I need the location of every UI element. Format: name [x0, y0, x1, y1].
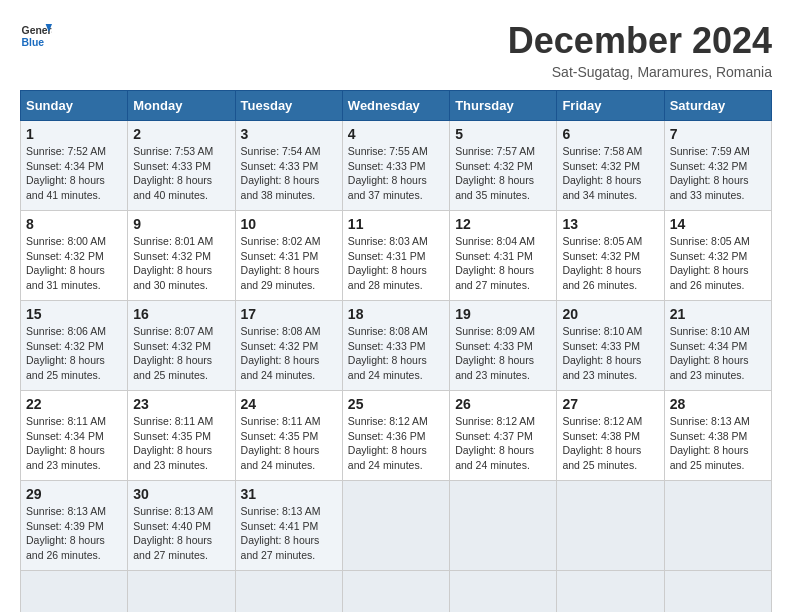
day-number: 28 [670, 396, 766, 412]
calendar-cell: 27 Sunrise: 8:12 AM Sunset: 4:38 PM Dayl… [557, 391, 664, 481]
header-friday: Friday [557, 91, 664, 121]
header-tuesday: Tuesday [235, 91, 342, 121]
day-number: 14 [670, 216, 766, 232]
logo: General Blue [20, 20, 52, 52]
day-number: 3 [241, 126, 337, 142]
header-monday: Monday [128, 91, 235, 121]
cell-info: Sunrise: 7:58 AM Sunset: 4:32 PM Dayligh… [562, 144, 658, 203]
day-number: 7 [670, 126, 766, 142]
calendar-cell: 29 Sunrise: 8:13 AM Sunset: 4:39 PM Dayl… [21, 481, 128, 571]
calendar-cell: 4 Sunrise: 7:55 AM Sunset: 4:33 PM Dayli… [342, 121, 449, 211]
calendar-cell: 6 Sunrise: 7:58 AM Sunset: 4:32 PM Dayli… [557, 121, 664, 211]
calendar-week-6 [21, 571, 772, 613]
calendar-cell: 3 Sunrise: 7:54 AM Sunset: 4:33 PM Dayli… [235, 121, 342, 211]
calendar-cell [450, 571, 557, 613]
calendar-week-2: 8 Sunrise: 8:00 AM Sunset: 4:32 PM Dayli… [21, 211, 772, 301]
day-number: 19 [455, 306, 551, 322]
calendar-body: 1 Sunrise: 7:52 AM Sunset: 4:34 PM Dayli… [21, 121, 772, 613]
calendar-cell: 13 Sunrise: 8:05 AM Sunset: 4:32 PM Dayl… [557, 211, 664, 301]
calendar-cell [128, 571, 235, 613]
day-number: 17 [241, 306, 337, 322]
day-number: 23 [133, 396, 229, 412]
calendar-cell: 14 Sunrise: 8:05 AM Sunset: 4:32 PM Dayl… [664, 211, 771, 301]
svg-text:Blue: Blue [22, 37, 45, 48]
day-number: 16 [133, 306, 229, 322]
day-number: 25 [348, 396, 444, 412]
header-wednesday: Wednesday [342, 91, 449, 121]
calendar-cell [21, 571, 128, 613]
day-number: 22 [26, 396, 122, 412]
calendar-week-3: 15 Sunrise: 8:06 AM Sunset: 4:32 PM Dayl… [21, 301, 772, 391]
calendar-cell: 5 Sunrise: 7:57 AM Sunset: 4:32 PM Dayli… [450, 121, 557, 211]
calendar-cell: 20 Sunrise: 8:10 AM Sunset: 4:33 PM Dayl… [557, 301, 664, 391]
cell-info: Sunrise: 7:54 AM Sunset: 4:33 PM Dayligh… [241, 144, 337, 203]
day-number: 10 [241, 216, 337, 232]
cell-info: Sunrise: 7:53 AM Sunset: 4:33 PM Dayligh… [133, 144, 229, 203]
header-saturday: Saturday [664, 91, 771, 121]
calendar-cell [235, 571, 342, 613]
calendar-cell: 9 Sunrise: 8:01 AM Sunset: 4:32 PM Dayli… [128, 211, 235, 301]
cell-info: Sunrise: 8:00 AM Sunset: 4:32 PM Dayligh… [26, 234, 122, 293]
calendar-cell [450, 481, 557, 571]
calendar-cell: 21 Sunrise: 8:10 AM Sunset: 4:34 PM Dayl… [664, 301, 771, 391]
cell-info: Sunrise: 8:11 AM Sunset: 4:35 PM Dayligh… [241, 414, 337, 473]
day-number: 1 [26, 126, 122, 142]
day-number: 6 [562, 126, 658, 142]
calendar-week-1: 1 Sunrise: 7:52 AM Sunset: 4:34 PM Dayli… [21, 121, 772, 211]
calendar-cell [557, 481, 664, 571]
header-thursday: Thursday [450, 91, 557, 121]
calendar-cell: 7 Sunrise: 7:59 AM Sunset: 4:32 PM Dayli… [664, 121, 771, 211]
cell-info: Sunrise: 7:57 AM Sunset: 4:32 PM Dayligh… [455, 144, 551, 203]
calendar-table: Sunday Monday Tuesday Wednesday Thursday… [20, 90, 772, 612]
day-number: 8 [26, 216, 122, 232]
logo-icon: General Blue [20, 20, 52, 52]
calendar-cell: 8 Sunrise: 8:00 AM Sunset: 4:32 PM Dayli… [21, 211, 128, 301]
cell-info: Sunrise: 8:07 AM Sunset: 4:32 PM Dayligh… [133, 324, 229, 383]
location-subtitle: Sat-Sugatag, Maramures, Romania [508, 64, 772, 80]
cell-info: Sunrise: 8:09 AM Sunset: 4:33 PM Dayligh… [455, 324, 551, 383]
calendar-cell: 25 Sunrise: 8:12 AM Sunset: 4:36 PM Dayl… [342, 391, 449, 481]
cell-info: Sunrise: 7:59 AM Sunset: 4:32 PM Dayligh… [670, 144, 766, 203]
day-number: 30 [133, 486, 229, 502]
calendar-cell: 1 Sunrise: 7:52 AM Sunset: 4:34 PM Dayli… [21, 121, 128, 211]
calendar-cell: 31 Sunrise: 8:13 AM Sunset: 4:41 PM Dayl… [235, 481, 342, 571]
cell-info: Sunrise: 8:11 AM Sunset: 4:34 PM Dayligh… [26, 414, 122, 473]
calendar-cell: 17 Sunrise: 8:08 AM Sunset: 4:32 PM Dayl… [235, 301, 342, 391]
calendar-cell: 16 Sunrise: 8:07 AM Sunset: 4:32 PM Dayl… [128, 301, 235, 391]
cell-info: Sunrise: 8:05 AM Sunset: 4:32 PM Dayligh… [562, 234, 658, 293]
cell-info: Sunrise: 8:13 AM Sunset: 4:38 PM Dayligh… [670, 414, 766, 473]
cell-info: Sunrise: 8:13 AM Sunset: 4:40 PM Dayligh… [133, 504, 229, 563]
calendar-cell: 28 Sunrise: 8:13 AM Sunset: 4:38 PM Dayl… [664, 391, 771, 481]
calendar-cell [342, 571, 449, 613]
calendar-cell [342, 481, 449, 571]
day-number: 5 [455, 126, 551, 142]
calendar-cell: 19 Sunrise: 8:09 AM Sunset: 4:33 PM Dayl… [450, 301, 557, 391]
cell-info: Sunrise: 8:04 AM Sunset: 4:31 PM Dayligh… [455, 234, 551, 293]
calendar-cell [664, 571, 771, 613]
cell-info: Sunrise: 8:12 AM Sunset: 4:38 PM Dayligh… [562, 414, 658, 473]
cell-info: Sunrise: 8:03 AM Sunset: 4:31 PM Dayligh… [348, 234, 444, 293]
day-number: 24 [241, 396, 337, 412]
calendar-cell: 26 Sunrise: 8:12 AM Sunset: 4:37 PM Dayl… [450, 391, 557, 481]
calendar-cell: 30 Sunrise: 8:13 AM Sunset: 4:40 PM Dayl… [128, 481, 235, 571]
cell-info: Sunrise: 8:08 AM Sunset: 4:33 PM Dayligh… [348, 324, 444, 383]
header-sunday: Sunday [21, 91, 128, 121]
calendar-cell: 2 Sunrise: 7:53 AM Sunset: 4:33 PM Dayli… [128, 121, 235, 211]
cell-info: Sunrise: 7:55 AM Sunset: 4:33 PM Dayligh… [348, 144, 444, 203]
calendar-cell: 15 Sunrise: 8:06 AM Sunset: 4:32 PM Dayl… [21, 301, 128, 391]
day-number: 11 [348, 216, 444, 232]
calendar-cell: 12 Sunrise: 8:04 AM Sunset: 4:31 PM Dayl… [450, 211, 557, 301]
day-number: 18 [348, 306, 444, 322]
cell-info: Sunrise: 8:10 AM Sunset: 4:33 PM Dayligh… [562, 324, 658, 383]
cell-info: Sunrise: 8:05 AM Sunset: 4:32 PM Dayligh… [670, 234, 766, 293]
day-number: 21 [670, 306, 766, 322]
cell-info: Sunrise: 8:01 AM Sunset: 4:32 PM Dayligh… [133, 234, 229, 293]
title-area: December 2024 Sat-Sugatag, Maramures, Ro… [508, 20, 772, 80]
page-header: General Blue December 2024 Sat-Sugatag, … [20, 20, 772, 80]
cell-info: Sunrise: 8:08 AM Sunset: 4:32 PM Dayligh… [241, 324, 337, 383]
day-number: 2 [133, 126, 229, 142]
cell-info: Sunrise: 8:12 AM Sunset: 4:36 PM Dayligh… [348, 414, 444, 473]
calendar-cell: 10 Sunrise: 8:02 AM Sunset: 4:31 PM Dayl… [235, 211, 342, 301]
day-number: 27 [562, 396, 658, 412]
month-title: December 2024 [508, 20, 772, 62]
